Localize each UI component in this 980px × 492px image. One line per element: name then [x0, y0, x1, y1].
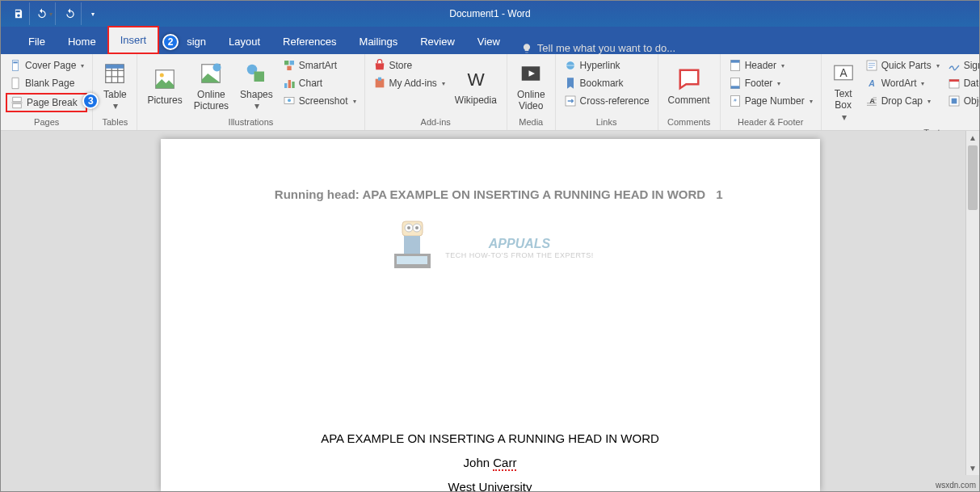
group-media: Online Video Media [507, 54, 556, 130]
vertical-scrollbar[interactable]: ▲ ▼ [965, 131, 979, 475]
tab-view[interactable]: View [466, 29, 511, 54]
pagenum-icon: # [729, 95, 742, 107]
page-break-button[interactable]: Page Break [6, 93, 87, 112]
save-icon [13, 8, 24, 19]
dropcap-icon: A [865, 95, 878, 107]
group-pages: Cover Page▾ Blank Page Page Break 3 Page… [1, 54, 93, 130]
group-comments: Comment Comments [658, 54, 721, 130]
scroll-down-icon[interactable]: ▼ [966, 461, 979, 475]
store-button[interactable]: Store [370, 57, 448, 74]
chart-icon [283, 77, 296, 90]
running-head[interactable]: Running head: APA EXAMPLE ON INSERTING A… [233, 187, 747, 201]
footer-icon [729, 77, 742, 90]
smartart-button[interactable]: SmartArt [280, 57, 360, 74]
bookmark-button[interactable]: Bookmark [561, 75, 653, 91]
group-illustrations-label: Illustrations [142, 116, 359, 128]
table-button[interactable]: Table▾ [98, 57, 132, 116]
doc-affiliation[interactable]: West University [233, 475, 747, 491]
svg-rect-32 [949, 79, 959, 82]
my-addins-button[interactable]: My Add-ins▾ [370, 75, 448, 91]
tab-layout[interactable]: Layout [217, 29, 271, 54]
drop-cap-button[interactable]: ADrop Cap▾ [862, 93, 943, 109]
ribbon-tabs: File Home Insert 2 sign Layout Reference… [1, 27, 979, 54]
svg-rect-34 [951, 99, 957, 104]
wikipedia-button[interactable]: WWikipedia [450, 57, 502, 116]
doc-title[interactable]: APA EXAMPLE ON INSERTING A RUNNING HEAD … [233, 427, 747, 451]
smartart-icon [283, 59, 296, 72]
ribbon: Cover Page▾ Blank Page Page Break 3 Page… [1, 54, 979, 131]
online-video-button[interactable]: Online Video [512, 57, 550, 116]
undo-icon [36, 8, 48, 19]
blank-page-button[interactable]: Blank Page [6, 75, 87, 91]
bookmark-icon [564, 77, 577, 90]
online-pictures-icon [199, 61, 223, 86]
tab-file[interactable]: File [17, 29, 57, 54]
group-tables: Table▾ Tables [93, 54, 137, 130]
object-button[interactable]: Object▾ [944, 93, 980, 109]
svg-rect-21 [730, 60, 739, 62]
wordart-icon: A [865, 77, 878, 90]
tab-insert[interactable]: Insert [107, 26, 160, 54]
footer-button[interactable]: Footer▾ [726, 75, 816, 91]
document-body[interactable]: APA EXAMPLE ON INSERTING A RUNNING HEAD … [233, 427, 747, 491]
scroll-up-icon[interactable]: ▲ [966, 131, 979, 145]
header-button[interactable]: Header▾ [726, 57, 816, 74]
scroll-thumb[interactable] [968, 145, 978, 210]
group-links-label: Links [561, 116, 653, 128]
document-canvas[interactable]: Running head: APA EXAMPLE ON INSERTING A… [1, 131, 979, 491]
mascot-icon [386, 217, 439, 278]
svg-rect-8 [287, 66, 291, 70]
svg-point-1 [160, 73, 164, 77]
doc-author[interactable]: John Carr [233, 451, 747, 475]
date-time-button[interactable]: Date & Time [944, 75, 980, 91]
textbox-icon: A [831, 61, 856, 85]
group-illustrations: Pictures Online Pictures Shapes▾ SmartAr… [137, 54, 364, 130]
qat-customize-icon[interactable]: ▾ [86, 11, 99, 18]
text-box-button[interactable]: AText Box▾ [826, 57, 860, 126]
svg-rect-23 [730, 86, 739, 88]
comment-button[interactable]: Comment [663, 57, 715, 116]
group-headerfooter-label: Header & Footer [726, 116, 816, 128]
chart-button[interactable]: Chart [280, 75, 360, 91]
wordart-button[interactable]: AWordArt▾ [862, 75, 943, 91]
tab-home[interactable]: Home [57, 29, 107, 54]
cover-page-icon [9, 59, 22, 72]
watermark-tagline: TECH HOW-TO'S FROM THE EXPERTS! [445, 251, 594, 259]
group-tables-label: Tables [98, 116, 132, 128]
tell-me-search[interactable]: Tell me what you want to do... [511, 42, 685, 54]
shapes-button[interactable]: Shapes▾ [235, 57, 278, 116]
datetime-icon [948, 77, 961, 90]
screenshot-button[interactable]: Screenshot▾ [280, 93, 360, 109]
lightbulb-icon [521, 43, 532, 54]
tab-review[interactable]: Review [409, 29, 466, 54]
watermark-brand: APPUALS [445, 237, 594, 251]
svg-text:A: A [839, 67, 848, 79]
group-addins: Store My Add-ins▾ WWikipedia Add-ins [365, 54, 507, 130]
save-button[interactable] [7, 2, 30, 25]
page-number-button[interactable]: #Page Number▾ [726, 93, 816, 109]
tab-references[interactable]: References [271, 29, 347, 54]
cover-page-button[interactable]: Cover Page▾ [6, 57, 87, 74]
hyperlink-button[interactable]: Hyperlink [561, 57, 653, 74]
document-title: Document1 - Word [449, 8, 530, 19]
svg-text:W: W [467, 69, 485, 89]
undo-button[interactable]: ▾ [33, 2, 56, 25]
quick-parts-button[interactable]: Quick Parts▾ [862, 57, 943, 74]
document-page[interactable]: Running head: APA EXAMPLE ON INSERTING A… [161, 139, 820, 491]
tab-mailings[interactable]: Mailings [348, 29, 410, 54]
pictures-button[interactable]: Pictures [142, 57, 187, 116]
svg-text:A: A [868, 78, 875, 88]
tab-design[interactable]: sign [175, 29, 217, 54]
cross-reference-button[interactable]: Cross-reference [561, 93, 653, 109]
title-bar: ▾ ▾ Document1 - Word [1, 1, 979, 27]
attribution: wsxdn.com [936, 481, 976, 490]
object-icon [948, 95, 961, 107]
group-comments-label: Comments [663, 116, 715, 128]
svg-rect-11 [292, 82, 294, 88]
redo-button[interactable] [59, 2, 82, 25]
screenshot-icon [283, 95, 296, 107]
shapes-icon [244, 61, 268, 86]
online-pictures-button[interactable]: Online Pictures [189, 57, 233, 116]
svg-rect-15 [378, 78, 381, 81]
signature-line-button[interactable]: Signature Line▾ [944, 57, 980, 74]
